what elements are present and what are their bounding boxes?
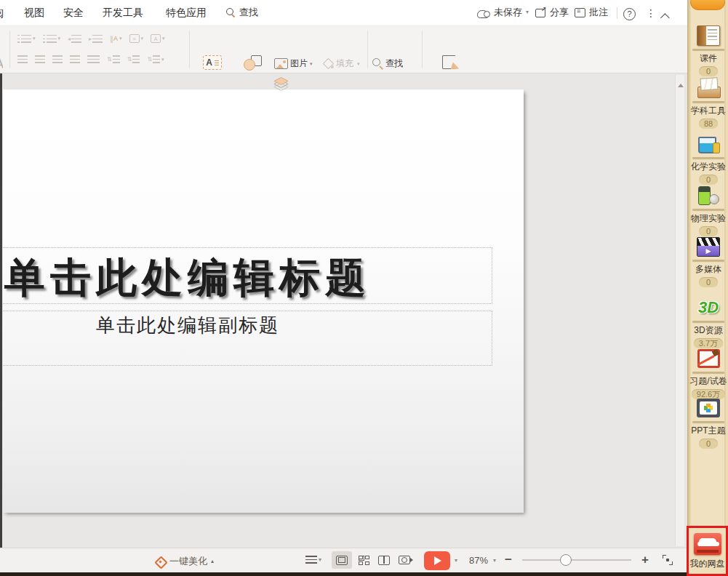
grid-view-icon [359,556,369,565]
menu-item-special[interactable]: 特色应用 [166,7,207,20]
zoom-options-chevron-icon[interactable]: ▾ [493,558,496,564]
sidebar-item-cloud-drive-highlighted[interactable]: 我的网盘 [687,526,728,576]
count-badge: 0 [699,66,718,76]
picture-icon [274,58,288,69]
ppt-theme-icon [697,399,720,417]
sidebar-item-ppt-themes[interactable]: PPT主题 0 [688,396,728,449]
book-icon [378,556,390,565]
comment-button[interactable]: 批注 [575,6,608,19]
vertical-textbox-button[interactable]: A▾ [151,34,165,43]
sidebar-item-multimedia[interactable]: 多媒体 0 [688,234,728,287]
window-bottom-edge [0,572,687,576]
share-icon [535,7,546,17]
align-right-button[interactable] [52,55,63,63]
chevron-down-icon: ▾ [319,557,321,563]
fit-screen-icon [663,555,673,565]
collapse-ribbon-button[interactable] [663,9,670,23]
count-badge: 0 [699,277,718,287]
bullet-list-button[interactable]: ▾ [17,35,36,43]
sidebar-item-label: 多媒体 [695,263,721,276]
shelf-line [692,421,724,423]
group-separator [9,31,10,68]
menu-item-security[interactable]: 安全 [63,7,84,20]
wps-presentation-window: 阅 视图 安全 开发工具 特色应用 查找 未保存 ▾ 分享 批注 ? ⋮ A [0,0,728,576]
zoom-out-button[interactable]: − [505,553,512,567]
more-menu-button[interactable]: ⋮ [646,7,656,19]
slide[interactable]: 单击此处编辑标题 单击此处编辑副标题 [3,89,524,513]
normal-view-button[interactable] [332,551,352,569]
comment-icon [575,7,585,17]
menu-find-button[interactable]: 查找 [226,6,258,19]
fill-icon [322,58,334,69]
justify-button[interactable] [70,55,80,63]
search-icon [226,8,236,17]
promo-pill-button[interactable] [690,0,725,10]
exercises-icon [697,349,720,368]
slide-title-placeholder[interactable]: 单击此处编辑标题 [0,251,492,306]
fit-to-window-button[interactable] [663,555,673,568]
zoom-slider-knob[interactable] [560,554,572,566]
count-badge: 0 [699,439,718,449]
text-direction-button[interactable]: ∥A▾ [110,35,122,43]
picture-button[interactable]: 图片▾ [274,57,313,70]
physics-lab-icon [697,185,720,206]
menu-item-partial[interactable]: 阅 [0,7,6,20]
align-center-button[interactable] [35,55,45,63]
normal-view-icon [336,556,348,565]
save-status-button[interactable]: 未保存 ▾ [476,6,529,19]
zoom-in-button[interactable]: + [641,553,649,567]
notes-view-button[interactable]: ▾ [305,553,321,567]
sidebar-item-label: 习题/试卷 [689,375,727,388]
beautify-button[interactable]: 一键美化 ▴ [155,555,214,568]
numbered-list-button[interactable]: ▾ [43,35,61,43]
sidebar-item-label: 物理实验 [691,212,726,225]
para-spacing-after-button[interactable]: ⇅▾ [147,55,164,63]
shelf-line [692,49,724,50]
record-button[interactable] [396,553,412,567]
slide-editing-area[interactable]: 单击此处编辑标题 单击此处编辑副标题 [0,73,687,548]
group-separator [422,31,423,68]
sidebar-item-subject-tools[interactable]: 学科工具 88 [688,76,728,129]
zoom-slider-track[interactable] [522,559,631,561]
reading-view-button[interactable] [376,553,392,567]
courseware-icon [697,25,720,46]
shelf-line [692,209,724,210]
sidebar-item-physics[interactable]: 物理实验 0 [688,183,728,236]
scroll-up-arrow-icon[interactable] [678,84,684,87]
text-align-box-button[interactable]: ≡▾ [129,34,144,43]
sidebar-item-chemistry[interactable]: 化学实验 0 [688,132,728,185]
beautify-label: 一键美化 [169,555,207,568]
help-button[interactable]: ? [623,7,636,20]
sidebar-item-label: 课件 [700,52,717,65]
decrease-indent-button[interactable]: ◂ [68,35,81,43]
sidebar-item-exercises[interactable]: 习题/试卷 92.6万 [688,346,728,399]
sidebar-item-3d-resources[interactable]: 3D 3D资源 3.7万 [688,295,728,348]
vertical-scrollbar[interactable] [675,75,684,546]
align-left-button[interactable] [17,55,28,63]
share-button[interactable]: 分享 [535,6,569,19]
zoom-level-value[interactable]: 87% [469,555,488,566]
distribute-button[interactable] [87,55,100,63]
increase-indent-button[interactable]: ▸ [89,35,103,43]
multimedia-icon [697,237,720,257]
group-separator [367,31,368,68]
fill-button[interactable]: 填充▾ [322,57,360,70]
resource-sidebar: 课件 0 学科工具 88 化学实验 0 物理实验 0 多媒体 0 [687,0,728,576]
selection-pane-icon [441,55,460,71]
slide-subtitle-placeholder[interactable]: 单击此处编辑副标题 [0,313,492,338]
play-options-chevron-icon[interactable]: ▾ [455,558,457,564]
sidebar-item-courseware[interactable]: 课件 0 [688,23,728,76]
slide-sorter-button[interactable] [356,553,372,567]
ribbon-find-button[interactable]: 查找 [372,57,403,70]
font-size-partial-icon: A [0,55,3,72]
line-spacing-button[interactable]: ⇅ [107,55,120,63]
menu-find-label: 查找 [239,6,258,19]
save-status-label: 未保存 [494,6,522,19]
shelf-line [692,372,724,373]
menu-item-devtools[interactable]: 开发工具 [103,7,143,20]
slideshow-play-button[interactable] [424,551,450,570]
share-label: 分享 [550,6,569,19]
shapes-icon [244,55,263,71]
menu-item-view[interactable]: 视图 [24,7,44,20]
para-spacing-before-button[interactable]: ⇅ [127,55,140,63]
